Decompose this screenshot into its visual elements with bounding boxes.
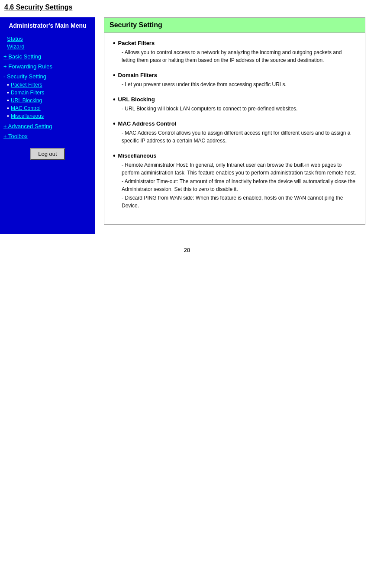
domain-filters-title: Domain Filters <box>113 72 356 79</box>
sidebar-item-miscellaneous[interactable]: Miscellaneous <box>7 113 92 120</box>
sidebar: Administrator's Main Menu Status Wizard … <box>0 17 95 234</box>
miscellaneous-desc-2: Administrator Time-out: The amount of ti… <box>122 178 356 193</box>
sidebar-item-wizard[interactable]: Wizard <box>7 43 92 50</box>
url-blocking-title: URL Blocking <box>113 96 356 103</box>
advanced-setting-link[interactable]: + Advanced Setting <box>3 123 52 129</box>
sidebar-item-url-blocking[interactable]: URL Blocking <box>7 97 92 104</box>
section-packet-filters: Packet Filters Allows you to control acc… <box>113 40 356 64</box>
mac-control-link[interactable]: MAC Control <box>11 105 41 111</box>
logout-area: Log out <box>3 148 92 160</box>
content-body: Packet Filters Allows you to control acc… <box>104 33 365 224</box>
miscellaneous-title: Miscellaneous <box>113 152 356 159</box>
sidebar-section-advanced[interactable]: + Advanced Setting <box>3 123 92 129</box>
mac-control-desc-1: MAC Address Control allows you to assign… <box>122 129 356 145</box>
sidebar-section-forwarding[interactable]: + Forwarding Rules <box>3 63 92 70</box>
basic-setting-link[interactable]: + Basic Setting <box>3 53 41 60</box>
page-title: 4.6 Security Settings <box>0 0 374 13</box>
logout-button[interactable]: Log out <box>30 148 64 160</box>
sidebar-item-packet-filters[interactable]: Packet Filters <box>7 81 92 88</box>
mac-control-title: MAC Address Control <box>113 120 356 127</box>
url-blocking-desc-1: URL Blocking will block LAN computers to… <box>122 105 356 113</box>
section-mac-control: MAC Address Control MAC Address Control … <box>113 120 356 145</box>
url-blocking-link[interactable]: URL Blocking <box>11 97 42 103</box>
sidebar-item-domain-filters[interactable]: Domain Filters <box>7 89 92 96</box>
toolbox-link[interactable]: + Toolbox <box>3 133 28 139</box>
mac-control-desc: MAC Address Control allows you to assign… <box>113 129 356 145</box>
wizard-link[interactable]: Wizard <box>7 43 24 50</box>
security-setting-link[interactable]: - Security Setting <box>3 73 46 80</box>
forwarding-rules-link[interactable]: + Forwarding Rules <box>3 63 52 70</box>
sidebar-item-status[interactable]: Status <box>7 36 92 42</box>
domain-filters-desc-1: Let you prevent users under this device … <box>122 81 356 88</box>
section-miscellaneous: Miscellaneous Remote Administrator Host:… <box>113 152 356 210</box>
domain-filters-desc: Let you prevent users under this device … <box>113 81 356 88</box>
content-header: Security Setting <box>104 18 365 33</box>
main-content: Security Setting Packet Filters Allows y… <box>95 17 374 234</box>
section-url-blocking: URL Blocking URL Blocking will block LAN… <box>113 96 356 113</box>
packet-filters-desc-1: Allows you to control access to a networ… <box>122 48 356 64</box>
miscellaneous-desc-1: Remote Administrator Host: In general, o… <box>122 161 356 177</box>
status-link[interactable]: Status <box>7 36 23 42</box>
packet-filters-title: Packet Filters <box>113 40 356 47</box>
sidebar-section-basic[interactable]: + Basic Setting <box>3 53 92 60</box>
miscellaneous-desc-3: Discard PING from WAN side: When this fe… <box>122 194 356 210</box>
domain-filters-link[interactable]: Domain Filters <box>11 90 44 96</box>
sidebar-item-mac-control[interactable]: MAC Control <box>7 105 92 112</box>
url-blocking-desc: URL Blocking will block LAN computers to… <box>113 105 356 113</box>
packet-filters-link[interactable]: Packet Filters <box>11 82 42 88</box>
footer-page-number: 28 <box>0 234 374 258</box>
sidebar-title: Administrator's Main Menu <box>3 22 92 30</box>
miscellaneous-desc: Remote Administrator Host: In general, o… <box>113 161 356 210</box>
packet-filters-desc: Allows you to control access to a networ… <box>113 48 356 64</box>
section-domain-filters: Domain Filters Let you prevent users und… <box>113 72 356 88</box>
content-box: Security Setting Packet Filters Allows y… <box>104 17 365 225</box>
sidebar-section-toolbox[interactable]: + Toolbox <box>3 133 92 139</box>
security-sub-menu: Packet Filters Domain Filters URL Blocki… <box>3 81 92 120</box>
miscellaneous-link[interactable]: Miscellaneous <box>11 113 44 119</box>
sidebar-section-security[interactable]: - Security Setting Packet Filters Domain… <box>3 73 92 120</box>
